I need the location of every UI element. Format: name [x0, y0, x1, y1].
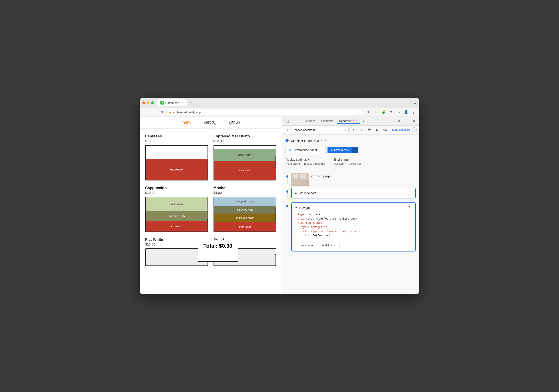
tab-sources[interactable]: Sources — [303, 118, 318, 124]
devtools-settings-btn[interactable]: ⚙ — [396, 118, 402, 124]
perf-icon: ↻ — [289, 148, 291, 152]
settings-detail-sep — [302, 162, 302, 165]
flag-icon[interactable]: ⚑ — [388, 109, 394, 115]
resize-icon[interactable]: ▭ — [395, 109, 401, 115]
slow-replay-dropdown[interactable]: ⌄ — [352, 147, 358, 153]
mocha-item: Mocha $8.00 espresso chocolate syrup ste… — [214, 186, 277, 232]
set-viewport-menu-btn[interactable]: ⋮ — [407, 190, 412, 196]
recorder-content: coffee checkout ✏ ↻ Performance panel ⌄ — [282, 134, 419, 294]
recording-select[interactable]: coffee checkout ⌄ — [293, 127, 349, 133]
environment-col: Environment Desktop 723×574 px — [334, 158, 361, 165]
add-timeout-btn[interactable]: Add timeout — [319, 243, 339, 248]
set-viewport-line — [287, 193, 288, 199]
tab-more[interactable]: » — [361, 118, 367, 124]
import-btn[interactable]: ↓ — [358, 127, 365, 133]
mocha-choc-label: chocolate syrup — [235, 216, 254, 220]
tab-elements[interactable]: Elements — [319, 118, 335, 124]
browser-window: V Coffee cart × + ⌄ ← → ↻ 🔒 ⬆ ☆ 🧩 ⚑ ▭ 👤 … — [140, 98, 419, 294]
delete-btn[interactable]: 🗑 — [366, 127, 373, 133]
espresso-cup[interactable]: espresso — [145, 145, 208, 180]
profile-icon[interactable]: 👤 — [403, 109, 409, 115]
cappuccino-cup[interactable]: espresso steamed milk milk foam — [145, 197, 208, 232]
navigate-code: type: navigate url: https://coffee-cart.… — [298, 213, 412, 238]
tab-bar: V Coffee cart × + ⌄ — [157, 99, 417, 106]
devtools-more-btn[interactable]: ⋮ — [403, 118, 410, 124]
capp-steamed-label: steamed milk — [168, 214, 185, 218]
replay-settings-title[interactable]: Replay settings ▶ — [286, 158, 325, 161]
close-traffic-light[interactable] — [142, 101, 145, 104]
type-val-text: navigate — [307, 213, 320, 216]
maximize-traffic-light[interactable] — [151, 101, 154, 104]
current-page-menu-btn[interactable]: ⋮ — [410, 174, 416, 179]
tab-recorder[interactable]: Recorder 📍 × — [337, 118, 360, 124]
devtools-close-btn[interactable]: × — [411, 118, 417, 124]
set-viewport-header[interactable]: ▶ Set viewport ⋮ — [292, 188, 415, 198]
slow-replay-btn[interactable]: ▶ Slow replay — [327, 147, 352, 153]
play-replay-btn[interactable]: ▶ — [374, 127, 381, 133]
tab-close-btn[interactable]: × — [181, 101, 184, 104]
set-viewport-timeline — [286, 188, 289, 199]
add-target-btn[interactable]: Add target — [298, 243, 317, 248]
select-chevron-icon: ⌄ — [344, 128, 347, 132]
bookmark-icon[interactable]: ☆ — [373, 109, 379, 115]
nav-cart[interactable]: cart (0) — [202, 118, 218, 126]
asserted-type-row: type: navigation — [298, 225, 412, 230]
set-viewport-card-wrapper: ▶ Set viewport ⋮ — [291, 188, 416, 201]
address-input-wrapper: 🔒 — [167, 109, 363, 115]
title-bar: V Coffee cart × + ⌄ — [140, 98, 419, 108]
recorder-close-icon[interactable]: × — [356, 119, 357, 123]
mocha-steamed-label: steamed milk — [237, 208, 253, 211]
current-page-row: Current page ⋮ — [286, 173, 416, 186]
replay-settings-detail: No throttling Timeout: 5000 ms — [286, 162, 325, 165]
send-feedback-link[interactable]: Send feedback — [392, 128, 410, 131]
env-title: Environment — [334, 158, 361, 161]
slow-replay-chevron: ⌄ — [354, 148, 357, 152]
macchiato-cup[interactable]: espresso milk foam — [214, 145, 277, 180]
tab-favicon: V — [160, 101, 164, 105]
slow-replay-group: ▶ Slow replay ⌄ — [327, 147, 358, 153]
type-key: type: — [298, 213, 306, 216]
asserted-url-key: url: — [301, 230, 308, 233]
espresso-layer-label: espresso — [170, 168, 183, 171]
navigate-menu-btn[interactable]: ⋮ — [407, 205, 412, 210]
current-page-timeline — [286, 173, 289, 184]
navigate-row: ▼ Navigate ⋮ type: nav — [286, 202, 416, 254]
asserted-url-val: https://coffee-cart.netlify.app/ — [309, 230, 361, 233]
perf-panel-btn[interactable]: ↻ Performance panel — [286, 147, 319, 153]
nav-github[interactable]: github — [227, 118, 242, 126]
export-btn[interactable]: ↑ — [350, 127, 357, 133]
macchiato-name: Espresso Macchiato — [214, 134, 277, 139]
address-input[interactable] — [167, 109, 363, 115]
cappuccino-name: Cappuccino — [145, 186, 208, 190]
back-button[interactable]: ← — [142, 109, 149, 115]
more-menu-icon[interactable]: ⋮ — [410, 109, 417, 115]
current-page-line — [287, 178, 288, 184]
header-separator-1 — [300, 119, 300, 123]
forward-button[interactable]: → — [150, 109, 157, 115]
help-btn[interactable]: ? — [412, 127, 417, 132]
active-tab[interactable]: V Coffee cart × — [157, 99, 187, 106]
new-tab-button[interactable]: + — [188, 100, 194, 106]
asserted-title-row: title: Coffee cart — [298, 234, 412, 238]
devtools-panel: ⬚ ▭ Sources Elements Recorder 📍 × » ⚙ ⋮ … — [282, 117, 419, 294]
add-recording-btn[interactable]: + — [285, 127, 291, 133]
tabs-expand-icon[interactable]: ⌄ — [413, 100, 417, 105]
perf-panel-dropdown[interactable]: ⌄ — [319, 147, 326, 153]
main-area: menu cart (0) github Espresso $10.00 esp… — [140, 117, 419, 294]
inspect-element-btn[interactable]: ⬚ — [284, 118, 290, 124]
extensions-icon[interactable]: 🧩 — [380, 109, 386, 115]
espresso-item: Espresso $10.00 espresso — [145, 134, 208, 180]
share-icon[interactable]: ⬆ — [365, 109, 371, 115]
record-again-btn[interactable]: ↻▶ — [382, 127, 389, 133]
refresh-button[interactable]: ↻ — [158, 109, 165, 115]
navigate-card-wrapper: ▼ Navigate ⋮ type: nav — [291, 202, 416, 254]
asserted-title-val: Coffee cart — [313, 234, 330, 237]
asserted-title-key: title: — [301, 234, 311, 237]
navigate-header[interactable]: ▼ Navigate ⋮ — [292, 203, 415, 213]
minimize-traffic-light[interactable] — [147, 101, 149, 104]
edit-title-icon[interactable]: ✏ — [324, 139, 327, 143]
bottom-coffee-row: Flat White $18.00 Ameri $7.00 Total: $0.… — [140, 238, 282, 271]
mocha-cup[interactable]: espresso chocolate syrup steamed milk wh… — [214, 197, 277, 232]
nav-menu[interactable]: menu — [180, 118, 193, 126]
device-toggle-btn[interactable]: ▭ — [292, 118, 298, 124]
